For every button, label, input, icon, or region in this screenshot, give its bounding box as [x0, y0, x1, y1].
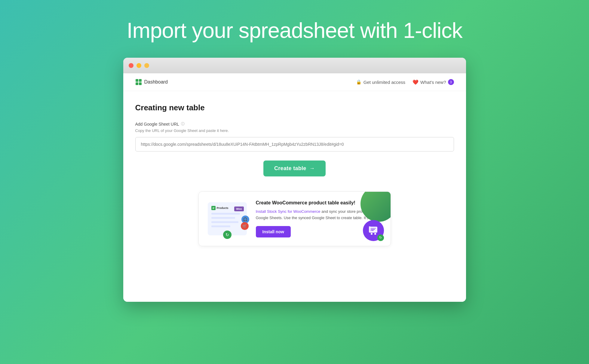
svg-rect-6 [213, 208, 214, 208]
promo-card: Products Woo ↻ 🎧 🛒 [198, 191, 391, 246]
arrow-right-icon: → [309, 165, 315, 172]
whats-new-label: What's new? [420, 80, 446, 85]
cart-circle: ↻ [363, 220, 384, 241]
cart-small-icon: 🛒 [241, 222, 249, 230]
get-access-button[interactable]: 🔒 Get unlimited access [356, 79, 405, 85]
svg-rect-1 [139, 79, 142, 82]
url-input[interactable] [141, 142, 448, 147]
create-table-button[interactable]: Create table → [263, 161, 326, 176]
sheet-row-3 [211, 221, 238, 223]
url-input-wrapper[interactable] [135, 137, 454, 151]
app-content: Dashboard 🔒 Get unlimited access ❤️ What… [123, 73, 466, 302]
nav-right: 🔒 Get unlimited access ❤️ What's new? 3 [356, 79, 454, 85]
maximize-button[interactable] [144, 63, 149, 68]
cart-svg-icon [368, 225, 379, 236]
dashboard-icon [135, 79, 142, 85]
titlebar [123, 58, 466, 73]
field-hint: Copy the URL of your Google Sheet and pa… [135, 128, 454, 133]
top-nav: Dashboard 🔒 Get unlimited access ❤️ What… [123, 73, 466, 91]
field-label: Add Google Sheet URL ⓘ [135, 121, 454, 127]
close-button[interactable] [129, 63, 133, 68]
dashboard-label: Dashboard [144, 79, 168, 85]
sheet-row-1 [211, 213, 240, 215]
sheet-row-2 [211, 217, 235, 219]
svg-rect-2 [136, 82, 138, 85]
cart-sync-icon: ↻ [377, 234, 384, 241]
sync-icon: ↻ [223, 231, 232, 239]
google-sheets-icon [211, 206, 216, 210]
get-access-label: Get unlimited access [364, 80, 405, 85]
svg-rect-5 [213, 207, 214, 208]
woo-cart-illustration: ↻ [363, 220, 384, 241]
svg-rect-0 [136, 79, 138, 82]
install-now-button[interactable]: Install now [256, 226, 291, 237]
products-label: Products [217, 206, 229, 210]
svg-point-12 [371, 233, 373, 235]
heart-icon: ❤️ [413, 79, 419, 85]
whats-new-badge: 3 [448, 79, 454, 85]
app-window: Dashboard 🔒 Get unlimited access ❤️ What… [123, 58, 466, 302]
page-title: Import your spreadsheet with 1-click [127, 18, 462, 43]
promo-install-link[interactable]: Install Stock Sync for WooCommerce [256, 209, 321, 214]
lock-icon: 🔒 [356, 79, 362, 85]
minimize-button[interactable] [137, 63, 141, 68]
woo-badge: Woo [234, 206, 244, 211]
svg-rect-3 [139, 82, 142, 85]
svg-point-13 [374, 233, 376, 235]
create-table-label: Create table [274, 165, 306, 172]
form-heading: Creating new table [135, 103, 454, 112]
svg-rect-7 [213, 209, 214, 209]
whats-new-button[interactable]: ❤️ What's new? 3 [413, 79, 454, 85]
promo-illustration: Products Woo ↻ 🎧 🛒 [208, 202, 247, 235]
dashboard-link[interactable]: Dashboard [135, 79, 168, 85]
main-content: Creating new table Add Google Sheet URL … [123, 91, 466, 264]
promo-corner-decoration [360, 192, 391, 222]
info-icon: ⓘ [181, 121, 185, 127]
create-btn-wrapper: Create table → [135, 161, 454, 176]
sheet-row-4 [211, 225, 231, 227]
